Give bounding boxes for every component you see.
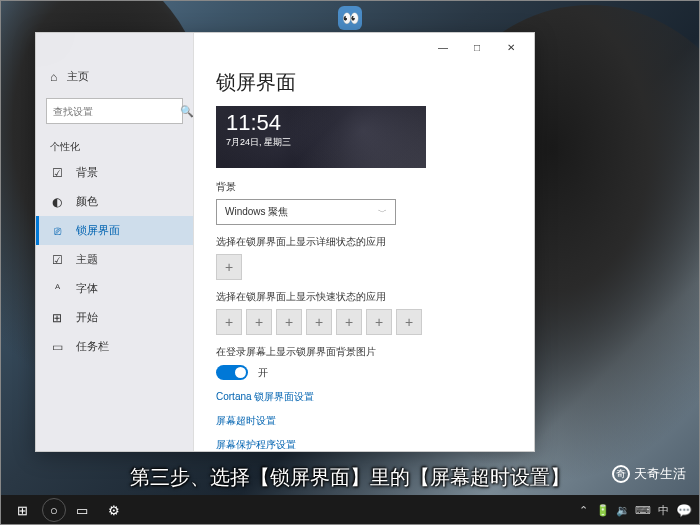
volume-icon[interactable]: 🔉 — [614, 504, 632, 517]
search-icon: 🔍 — [180, 105, 194, 118]
sidebar-item-1[interactable]: ◐颜色 — [36, 187, 193, 216]
signin-bg-toggle[interactable] — [216, 365, 248, 380]
sidebar-section-label: 个性化 — [36, 132, 193, 158]
sidebar-icon: ☑ — [50, 166, 64, 180]
screen-timeout-link[interactable]: 屏幕超时设置 — [216, 414, 512, 428]
sidebar-icon: ☑ — [50, 253, 64, 267]
cortana-link[interactable]: Cortana 锁屏界面设置 — [216, 390, 512, 404]
quick-app-tile[interactable]: + — [336, 309, 362, 335]
watermark: 奇 天奇生活 — [612, 465, 686, 483]
sidebar-icon: ▭ — [50, 340, 64, 354]
ime-icon[interactable]: ⌨ — [634, 504, 652, 517]
battery-icon[interactable]: 🔋 — [594, 504, 612, 517]
sidebar-item-label: 字体 — [76, 281, 98, 296]
chevron-down-icon: ﹀ — [378, 206, 387, 219]
sidebar-item-2[interactable]: ⎚锁屏界面 — [36, 216, 193, 245]
sidebar-item-4[interactable]: ᴬ字体 — [36, 274, 193, 303]
video-subtitle: 第三步、选择【锁屏界面】里的【屏幕超时设置】 — [0, 464, 700, 491]
start-button[interactable]: ⊞ — [6, 496, 38, 524]
lang-icon[interactable]: 中 — [654, 503, 672, 518]
preview-date: 7月24日, 星期三 — [226, 136, 416, 149]
add-detailed-app-tile[interactable]: + — [216, 254, 242, 280]
quick-app-tile[interactable]: + — [276, 309, 302, 335]
tray-up-icon[interactable]: ⌃ — [574, 504, 592, 517]
quick-app-tile[interactable]: + — [246, 309, 272, 335]
signin-bg-label: 在登录屏幕上显示锁屏界面背景图片 — [216, 345, 512, 359]
sidebar-item-label: 主题 — [76, 252, 98, 267]
dropdown-value: Windows 聚焦 — [225, 205, 288, 219]
task-view-button[interactable]: ▭ — [66, 496, 98, 524]
system-tray: ⌃ 🔋 🔉 ⌨ 中 💬 — [574, 496, 694, 524]
taskbar: ⊞ ○ ▭ ⚙ ⌃ 🔋 🔉 ⌨ 中 💬 — [0, 495, 700, 525]
lockscreen-preview[interactable]: 11:54 7月24日, 星期三 — [216, 106, 426, 168]
quick-app-tile[interactable]: + — [366, 309, 392, 335]
sidebar-icon: ⎚ — [50, 224, 64, 238]
notifications-button[interactable]: 💬 — [674, 496, 694, 524]
toggle-state-label: 开 — [258, 366, 268, 380]
quick-status-label: 选择在锁屏界面上显示快速状态的应用 — [216, 290, 512, 304]
taskbar-search[interactable]: ○ — [42, 498, 66, 522]
background-dropdown[interactable]: Windows 聚焦 ﹀ — [216, 199, 396, 225]
sidebar-item-0[interactable]: ☑背景 — [36, 158, 193, 187]
quick-app-tile[interactable]: + — [216, 309, 242, 335]
preview-time: 11:54 — [226, 112, 416, 134]
minimize-button[interactable]: — — [426, 34, 460, 60]
sidebar-item-label: 开始 — [76, 310, 98, 325]
sidebar-icon: ⊞ — [50, 311, 64, 325]
search-input[interactable] — [53, 106, 180, 117]
sidebar-item-3[interactable]: ☑主题 — [36, 245, 193, 274]
content-pane: 锁屏界面 11:54 7月24日, 星期三 背景 Windows 聚焦 ﹀ 选择… — [194, 33, 534, 451]
sidebar-item-label: 背景 — [76, 165, 98, 180]
sidebar-home[interactable]: ⌂ 主页 — [36, 63, 193, 90]
quick-app-tile[interactable]: + — [396, 309, 422, 335]
home-icon: ⌂ — [50, 70, 57, 84]
page-heading: 锁屏界面 — [216, 69, 512, 96]
taskbar-app[interactable]: ⚙ — [98, 496, 130, 524]
sidebar-item-label: 任务栏 — [76, 339, 109, 354]
close-button[interactable]: ✕ — [494, 34, 528, 60]
search-box[interactable]: 🔍 — [46, 98, 183, 124]
background-label: 背景 — [216, 180, 512, 194]
sidebar-item-label: 锁屏界面 — [76, 223, 120, 238]
sidebar-item-5[interactable]: ⊞开始 — [36, 303, 193, 332]
sidebar-item-label: 颜色 — [76, 194, 98, 209]
screensaver-link[interactable]: 屏幕保护程序设置 — [216, 438, 512, 451]
sidebar: ⌂ 主页 🔍 个性化 ☑背景◐颜色⎚锁屏界面☑主题ᴬ字体⊞开始▭任务栏 — [36, 33, 194, 451]
watermark-text: 天奇生活 — [634, 465, 686, 483]
settings-window: 设置 — □ ✕ ⌂ 主页 🔍 个性化 ☑背景◐颜色⎚锁屏界面☑主题ᴬ字体⊞开始… — [35, 32, 535, 452]
detailed-status-label: 选择在锁屏界面上显示详细状态的应用 — [216, 235, 512, 249]
home-label: 主页 — [67, 69, 89, 84]
watermark-icon: 奇 — [612, 465, 630, 483]
quick-app-tile[interactable]: + — [306, 309, 332, 335]
sidebar-icon: ᴬ — [50, 282, 64, 296]
recorder-icon: 👀 — [338, 6, 362, 30]
sidebar-item-6[interactable]: ▭任务栏 — [36, 332, 193, 361]
maximize-button[interactable]: □ — [460, 34, 494, 60]
sidebar-icon: ◐ — [50, 195, 64, 209]
